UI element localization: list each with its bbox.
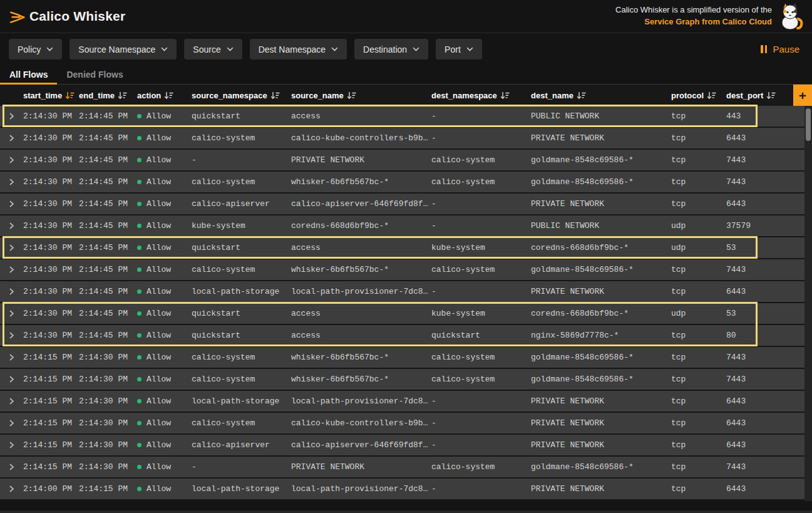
expand-row-icon[interactable]: [0, 354, 21, 361]
flow-row[interactable]: 2:14:30 PM2:14:45 PMAllowkube-systemcore…: [0, 215, 804, 237]
flow-row[interactable]: 2:14:15 PM2:14:30 PMAllow-PRIVATE NETWOR…: [0, 457, 804, 479]
expand-row-icon[interactable]: [0, 266, 21, 273]
expand-row-icon[interactable]: [0, 113, 21, 120]
allow-status-dot: [137, 399, 141, 403]
cell-dest_port: 6443: [724, 440, 804, 450]
service-graph-link[interactable]: Service Graph from Calico Cloud: [615, 16, 772, 28]
calico-whisker-app: Calico Whisker Calico Whisker is a simpl…: [0, 0, 812, 513]
cell-source_name: access: [289, 331, 429, 340]
tab-all-flows[interactable]: All Flows: [0, 65, 57, 84]
flow-row[interactable]: 2:14:30 PM2:14:45 PMAllowcalico-systemca…: [0, 128, 804, 150]
flow-row[interactable]: 2:14:15 PM2:14:30 PMAllowcalico-systemca…: [0, 413, 804, 435]
tab-denied-flows[interactable]: Denied Flows: [57, 65, 132, 84]
flow-row[interactable]: 2:14:30 PM2:14:45 PMAllowquickstartacces…: [0, 106, 804, 128]
flow-row[interactable]: 2:14:00 PM2:14:15 PMAllowlocal-path-stor…: [0, 479, 804, 500]
row-group: 2:14:15 PM2:14:30 PMAllowcalico-systemwh…: [0, 347, 804, 369]
filter-button-destination[interactable]: Destination: [354, 39, 428, 60]
cell-dest_namespace: kube-system: [429, 309, 529, 318]
filter-button-dest-namespace[interactable]: Dest Namespace: [250, 39, 347, 60]
filter-button-port[interactable]: Port: [436, 39, 482, 60]
column-header-start_time[interactable]: start_time: [21, 91, 77, 100]
cell-dest_namespace: -: [429, 221, 529, 231]
filter-button-policy[interactable]: Policy: [9, 39, 62, 60]
brand: Calico Whisker: [9, 8, 125, 25]
sort-icon[interactable]: [164, 91, 173, 100]
cell-start_time: 2:14:30 PM: [21, 309, 77, 318]
cell-source_name: PRIVATE NETWORK: [289, 462, 429, 472]
expand-row-icon[interactable]: [0, 464, 21, 470]
cell-start_time: 2:14:15 PM: [21, 462, 77, 472]
row-group: 2:14:15 PM2:14:30 PMAllowlocal-path-stor…: [0, 391, 804, 413]
sort-icon[interactable]: [577, 91, 586, 100]
flow-row[interactable]: 2:14:30 PM2:14:45 PMAllowcalico-systemwh…: [0, 172, 804, 194]
column-header-protocol[interactable]: protocol: [669, 91, 724, 100]
sort-icon[interactable]: [766, 91, 776, 100]
sort-icon[interactable]: [118, 91, 127, 100]
cell-dest_namespace: calico-system: [429, 462, 529, 472]
column-header-source_namespace[interactable]: source_namespace: [190, 91, 289, 100]
cell-action: Allow: [135, 375, 190, 384]
expand-row-icon[interactable]: [0, 222, 21, 229]
expand-row-icon[interactable]: [0, 376, 21, 383]
flow-row[interactable]: 2:14:30 PM2:14:45 PMAllowcalico-systemwh…: [0, 259, 804, 281]
horizontal-scrollbar[interactable]: [0, 510, 812, 513]
flow-row[interactable]: 2:14:30 PM2:14:45 PMAllow-PRIVATE NETWOR…: [0, 150, 804, 172]
column-label: source_name: [291, 91, 344, 100]
cell-source_name: calico-kube-controllers-b9b…: [289, 418, 429, 428]
column-header-dest_namespace[interactable]: dest_namespace: [429, 91, 529, 100]
flow-row[interactable]: 2:14:15 PM2:14:30 PMAllowlocal-path-stor…: [0, 391, 804, 413]
column-header-action[interactable]: action: [135, 91, 190, 100]
sort-icon[interactable]: [270, 91, 280, 100]
expand-row-icon[interactable]: [0, 157, 21, 163]
expand-row-icon[interactable]: [0, 288, 21, 295]
expand-row-icon[interactable]: [0, 244, 21, 251]
cell-dest_port: 7443: [724, 462, 804, 472]
cell-protocol: udp: [669, 221, 724, 231]
cell-protocol: udp: [669, 309, 724, 318]
expand-row-icon[interactable]: [0, 179, 21, 185]
pause-button[interactable]: Pause: [761, 44, 803, 54]
action-label: Allow: [146, 177, 171, 187]
cell-source_name: local-path-provisioner-7dc8…: [289, 396, 429, 406]
flow-row[interactable]: 2:14:30 PM2:14:45 PMAllowquickstartacces…: [0, 303, 804, 325]
cell-dest_namespace: kube-system: [429, 243, 529, 252]
column-header-dest_name[interactable]: dest_name: [529, 91, 669, 100]
flow-row[interactable]: 2:14:30 PM2:14:45 PMAllowquickstartacces…: [0, 237, 804, 259]
flow-row[interactable]: 2:14:30 PM2:14:45 PMAllowlocal-path-stor…: [0, 281, 804, 303]
expand-row-icon[interactable]: [0, 332, 21, 339]
sort-icon[interactable]: [65, 91, 75, 100]
action-label: Allow: [146, 265, 171, 274]
cell-dest_port: 80: [724, 331, 804, 340]
expand-row-icon[interactable]: [0, 200, 21, 207]
filter-button-source-namespace[interactable]: Source Namespace: [69, 39, 177, 60]
vertical-scrollbar-thumb[interactable]: [806, 108, 811, 141]
expand-row-icon[interactable]: [0, 398, 21, 405]
column-header-dest_port[interactable]: dest_port: [724, 91, 804, 100]
flow-row[interactable]: 2:14:15 PM2:14:30 PMAllowcalico-apiserve…: [0, 435, 804, 457]
expand-row-icon[interactable]: [0, 442, 21, 448]
flow-row[interactable]: 2:14:15 PM2:14:30 PMAllowcalico-systemwh…: [0, 347, 804, 369]
vertical-scrollbar-track[interactable]: [804, 106, 812, 501]
sort-icon[interactable]: [500, 91, 510, 100]
filter-label: Port: [445, 44, 461, 54]
flow-row[interactable]: 2:14:30 PM2:14:45 PMAllowcalico-apiserve…: [0, 194, 804, 215]
column-header-end_time[interactable]: end_time: [77, 91, 135, 100]
filter-button-source[interactable]: Source: [184, 39, 242, 60]
expand-row-icon[interactable]: [0, 135, 21, 142]
cell-dest_namespace: calico-system: [429, 265, 529, 274]
expand-row-icon[interactable]: [0, 485, 21, 492]
sort-icon[interactable]: [707, 91, 716, 100]
allow-status-dot: [137, 114, 141, 118]
cell-source_namespace: calico-system: [190, 265, 289, 274]
cell-source_name: calico-apiserver-646f69fd8f…: [289, 199, 429, 209]
column-header-source_name[interactable]: source_name: [289, 91, 429, 100]
expand-row-icon[interactable]: [0, 420, 21, 427]
cell-source_name: whisker-6b6fb567bc-*: [289, 177, 429, 187]
flow-row[interactable]: 2:14:15 PM2:14:30 PMAllowcalico-systemwh…: [0, 369, 804, 391]
cell-protocol: tcp: [669, 177, 724, 187]
sort-icon[interactable]: [347, 91, 356, 100]
flow-row[interactable]: 2:14:30 PM2:14:45 PMAllowquickstartacces…: [0, 325, 804, 347]
cell-start_time: 2:14:30 PM: [21, 243, 77, 252]
expand-row-icon[interactable]: [0, 310, 21, 317]
add-column-button[interactable]: +: [793, 85, 812, 106]
